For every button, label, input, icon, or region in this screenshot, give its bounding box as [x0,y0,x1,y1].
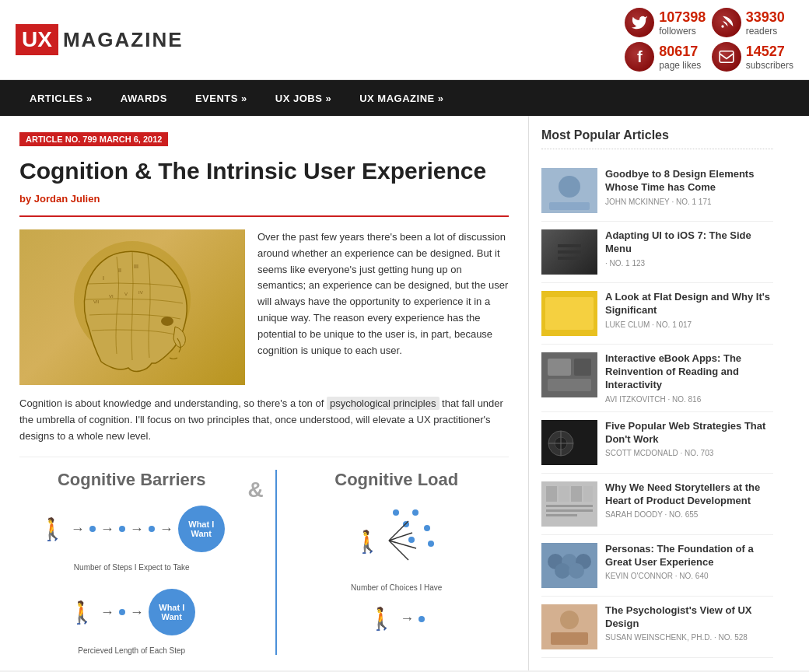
popular-articles-list: Goodbye to 8 Design Elements Whose Time … [541,160,773,658]
author-name[interactable]: Jordan Julien [34,193,100,205]
popular-thumb-2 [541,291,597,336]
logo-magazine: MAGAZINE [63,28,184,52]
svg-rect-32 [571,486,582,502]
nav-articles[interactable]: ARTICLES » [16,80,107,116]
person-icon-1: 🚶 [39,516,66,542]
svg-text:IV: IV [138,290,143,295]
cognitive-load-title: Cognitive Load [285,470,510,490]
choices-diagram: 🚶 Number of Choices I Have 🚶 → [285,506,510,632]
popular-title-5: Why We Need Storytellers at the Heart of… [605,481,773,508]
rss-stat-text: 33930 readers [746,9,785,37]
facebook-count: 80617 [659,44,701,60]
diagram-label-2: Percieved Length of Each Step [78,646,185,655]
logo-ux: UX [16,24,58,55]
nav-ux-magazine[interactable]: UX MAGAZINE » [345,80,457,116]
popular-item-4[interactable]: Five Popular Web Strategies That Don't W… [541,412,773,474]
svg-text:I: I [103,275,104,281]
arrow-2: → [100,521,114,537]
popular-thumb-3 [541,352,597,397]
sidebar: Most Popular Articles Goodbye to 8 Desig… [529,116,786,670]
diagram-row-1: 🚶 → → → → What I Want [39,506,225,552]
popular-title-1: Adapting UI to iOS 7: The Side Menu [605,229,773,256]
svg-point-41 [555,563,570,579]
popular-meta-0: JOHN MCKINNEY · NO. 1 171 [605,198,773,206]
popular-num-2: NO. 1 017 [657,320,692,329]
popular-item-2[interactable]: A Look at Flat Design and Why It's Signi… [541,283,773,345]
twitter-icon [625,8,654,37]
popular-item-5[interactable]: Why We Need Storytellers at the Heart of… [541,474,773,535]
dot-3 [149,526,155,532]
confusion-arrows [373,506,428,576]
arrow-6: → [130,604,144,621]
svg-rect-23 [548,379,591,391]
popular-info-0: Goodbye to 8 Design Elements Whose Time … [605,168,773,213]
dot-5 [419,616,425,622]
article-divider [19,215,509,217]
popular-item-1[interactable]: Adapting UI to iOS 7: The Side Menu · NO… [541,222,773,283]
main-content: ARTICLE NO. 799 MARCH 6, 2012 Cognition … [0,116,809,670]
twitter-label: followers [659,26,706,37]
nav-ux-jobs[interactable]: UX JOBS » [261,80,345,116]
facebook-label: page likes [659,60,701,71]
rss-stat[interactable]: 33930 readers [712,8,793,37]
popular-item-6[interactable]: Personas: The Foundation of a Great User… [541,535,773,597]
highlighted-text: psychological principles [327,397,440,410]
svg-text:VI: VI [109,294,114,299]
infographic-right: Cognitive Load 🚶 [285,470,510,655]
popular-info-3: Interactive eBook Apps: The Reinvention … [605,352,773,404]
cognitive-barriers-diagram: 🚶 → → → → What I Want Number of Steps I … [19,506,244,655]
popular-num-7: NO. 528 [719,633,748,642]
email-count: 14527 [746,44,793,60]
arrow-7: → [400,611,414,627]
diagram-row-2: 🚶 → → What I Want [68,589,195,635]
diagram-label-1: Number of Steps I Expect to Take [74,563,190,572]
hamburger-line-1 [558,244,581,247]
popular-info-7: The Psychologist's View of UX Design SUS… [605,604,773,649]
svg-point-0 [721,25,723,27]
choices-label: Number of Choices I Have [351,583,442,592]
popular-meta-4: SCOTT MCDONALD · NO. 703 [605,449,773,457]
popular-info-4: Five Popular Web Strategies That Don't W… [605,420,773,465]
cognitive-barriers-title: Cognitive Barriers [19,470,244,490]
nav-events[interactable]: EVENTS » [181,80,261,116]
rss-icon [712,8,741,37]
popular-title-2: A Look at Flat Design and Why It's Signi… [605,291,773,317]
want-bubble-1: What I Want [178,506,225,552]
dot-4 [119,609,125,615]
popular-item-3[interactable]: Interactive eBook Apps: The Reinvention … [541,345,773,412]
svg-point-16 [559,176,580,198]
svg-rect-35 [546,509,593,512]
svg-rect-33 [583,486,593,502]
popular-author-6: KEVIN O'CONNOR [605,572,673,580]
popular-meta-6: KEVIN O'CONNOR · NO. 640 [605,572,773,580]
popular-thumb-1 [541,229,597,275]
popular-author-4: SCOTT MCDONALD [605,449,678,457]
popular-item-7[interactable]: The Psychologist's View of UX Design SUS… [541,597,773,658]
social-stats: 107398 followers 33930 readers f 80617 p… [625,8,793,72]
popular-meta-1: · NO. 1 123 [605,259,773,268]
twitter-stat[interactable]: 107398 followers [625,8,706,37]
svg-text:VII: VII [93,299,100,304]
site-logo[interactable]: UX MAGAZINE [16,24,184,55]
svg-rect-34 [546,505,593,507]
popular-thumb-0 [541,168,597,213]
article-continuation: Cognition is about knowledge and underst… [19,396,509,444]
popular-author-7: SUSAN WEINSCHENK, PH.D. [605,633,712,642]
popular-info-2: A Look at Flat Design and Why It's Signi… [605,291,773,336]
popular-title-0: Goodbye to 8 Design Elements Whose Time … [605,168,773,194]
nav-awards[interactable]: AWARDS [107,80,181,116]
svg-point-44 [560,611,579,629]
vertical-divider [275,470,277,655]
hamburger-line-2 [558,250,581,254]
popular-thumb-6 [541,543,597,588]
email-stat[interactable]: 14527 subscribers [712,42,793,72]
svg-point-42 [569,563,584,579]
popular-num-5: NO. 655 [669,510,698,519]
popular-num-1: NO. 1 123 [610,259,646,268]
rss-count: 33930 [746,9,785,26]
svg-text:II: II [118,268,121,273]
popular-item-0[interactable]: Goodbye to 8 Design Elements Whose Time … [541,160,773,222]
facebook-stat[interactable]: f 80617 page likes [625,42,706,72]
arrow-5: → [100,604,114,621]
popular-author-0: JOHN MCKINNEY [605,198,670,206]
